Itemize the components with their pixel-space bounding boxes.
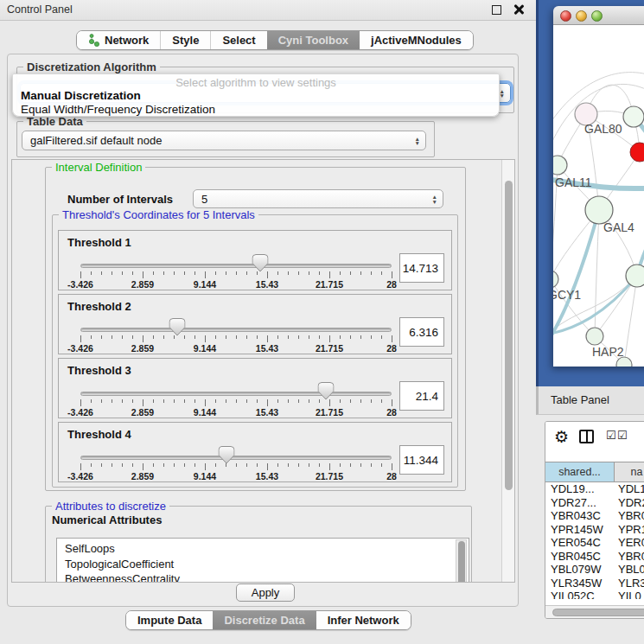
tab-select[interactable]: Select bbox=[210, 31, 266, 49]
cell-shared-name[interactable]: YDR27... bbox=[545, 496, 614, 510]
table-panel-titlebar: Table Panel bbox=[536, 386, 644, 415]
number-of-intervals-combobox[interactable]: 5 ▲▼ bbox=[193, 189, 443, 208]
table-row[interactable]: YIL052CYIL0 bbox=[545, 590, 644, 599]
slider-tick-label: -3.426 bbox=[67, 407, 93, 418]
tab-network[interactable]: Network bbox=[77, 31, 160, 49]
slider-thumb[interactable] bbox=[169, 318, 185, 336]
cell-name[interactable]: YDR2 bbox=[614, 496, 644, 510]
slider-tick-label: 15.43 bbox=[256, 279, 278, 290]
table-hscrollbar-thumb[interactable] bbox=[552, 609, 644, 616]
slider-thumb[interactable] bbox=[318, 382, 335, 400]
panel-scrollbar-thumb[interactable] bbox=[505, 181, 513, 490]
slider-tick-label: 15.43 bbox=[256, 407, 278, 418]
thresholds-group: Threshold's Coordinates for 5 Intervals … bbox=[52, 214, 458, 488]
slider-track[interactable] bbox=[80, 392, 392, 396]
slider-thumb[interactable] bbox=[252, 254, 268, 272]
threshold-row: Threshold 2 -3.4262.8599.14415.4321.7152… bbox=[58, 294, 452, 354]
attributes-group-title: Attributes to discretize bbox=[52, 500, 169, 513]
cell-shared-name[interactable]: YIL052C bbox=[545, 590, 614, 599]
cell-name[interactable]: YDL1 bbox=[614, 482, 644, 496]
split-columns-icon[interactable] bbox=[579, 430, 594, 443]
slider-track[interactable] bbox=[80, 328, 392, 332]
network-view-area: GAL80 GA C GAL11 GAL4 GCY1 H HAP2 bbox=[536, 0, 644, 386]
tab-impute-data[interactable]: Impute Data bbox=[126, 611, 213, 629]
numerical-attributes-list[interactable]: SelfLoopsTopologicalCoefficientBetweenne… bbox=[56, 538, 469, 583]
threshold-slider[interactable]: -3.4262.8599.14415.4321.71528 bbox=[80, 423, 392, 483]
tab-infer-network[interactable]: Infer Network bbox=[316, 611, 411, 629]
menu-item-manual-discretization[interactable]: Manual Discretization bbox=[13, 89, 499, 103]
tab-discretize-data[interactable]: Discretize Data bbox=[213, 611, 316, 629]
bottom-tab-bar: Impute Data Discretize Data Infer Networ… bbox=[125, 610, 411, 630]
apply-button[interactable]: Apply bbox=[236, 583, 295, 602]
menu-item-equal-width-frequency[interactable]: Equal Width/Frequency Discretization bbox=[13, 103, 499, 117]
table-row[interactable]: YDR27...YDR2 bbox=[545, 496, 644, 510]
table-row[interactable]: YBR045CYBR0 bbox=[545, 550, 644, 564]
cell-shared-name[interactable]: YER054C bbox=[545, 536, 614, 550]
slider-tick-label: 28 bbox=[386, 471, 397, 481]
table-row[interactable]: YPR145WYPR1 bbox=[545, 523, 644, 537]
attribute-list-item[interactable]: BetweennessCentrality bbox=[57, 571, 469, 583]
threshold-value-field[interactable] bbox=[399, 381, 444, 411]
cell-name[interactable]: YIL0 bbox=[614, 590, 644, 599]
slider-thumb[interactable] bbox=[219, 446, 235, 464]
slider-tick-label: 15.43 bbox=[256, 471, 278, 481]
table-row[interactable]: YBL079WYBL0 bbox=[545, 563, 644, 577]
attribute-list-item[interactable]: TopologicalCoefficient bbox=[57, 557, 469, 572]
control-panel-title: Control Panel bbox=[7, 3, 73, 16]
table-data-combobox[interactable]: galFiltered.sif default node ▲▼ bbox=[22, 131, 426, 150]
threshold-value-field[interactable] bbox=[399, 317, 444, 347]
list-scrollbar[interactable] bbox=[456, 539, 467, 583]
checkbox-icon[interactable]: ☑ bbox=[617, 429, 628, 442]
tab-jactivemnodules[interactable]: jActiveMNodules bbox=[360, 31, 473, 49]
column-header-name[interactable]: na bbox=[614, 462, 644, 481]
cell-name[interactable]: YBR0 bbox=[614, 509, 644, 523]
panel-scrollbar[interactable] bbox=[501, 160, 514, 582]
threshold-value-field[interactable] bbox=[399, 253, 444, 283]
cell-name[interactable]: YPR1 bbox=[614, 523, 644, 537]
threshold-slider[interactable]: -3.4262.8599.14415.4321.71528 bbox=[80, 295, 392, 355]
table-data-title: Table Data bbox=[23, 115, 86, 128]
cell-name[interactable]: YBL0 bbox=[614, 563, 644, 577]
cell-name[interactable]: YBR0 bbox=[614, 550, 644, 564]
threshold-slider[interactable]: -3.4262.8599.14415.4321.71528 bbox=[80, 231, 392, 291]
column-header-shared-name[interactable]: shared... bbox=[545, 462, 614, 481]
network-canvas[interactable]: GAL80 GA C GAL11 GAL4 GCY1 H HAP2 bbox=[553, 25, 644, 367]
cell-shared-name[interactable]: YBR045C bbox=[545, 550, 614, 564]
table-row[interactable]: YLR345WYLR3 bbox=[545, 577, 644, 590]
slider-track[interactable] bbox=[80, 264, 392, 268]
cell-name[interactable]: YER0 bbox=[614, 536, 644, 550]
right-side: GAL80 GA C GAL11 GAL4 GCY1 H HAP2 Table … bbox=[536, 0, 644, 644]
tab-style[interactable]: Style bbox=[160, 31, 210, 49]
network-window: GAL80 GA C GAL11 GAL4 GCY1 H HAP2 bbox=[553, 6, 644, 367]
checkbox-icon[interactable]: ☑ bbox=[606, 429, 616, 442]
slider-tick-label: 28 bbox=[386, 343, 397, 354]
table-row[interactable]: YER054CYER0 bbox=[545, 536, 644, 550]
cell-shared-name[interactable]: YLR345W bbox=[545, 577, 614, 590]
tab-cyni-toolbox[interactable]: Cyni Toolbox bbox=[267, 31, 360, 49]
cell-shared-name[interactable]: YDL19... bbox=[545, 482, 614, 496]
slider-tick-label: 21.715 bbox=[316, 343, 343, 354]
cell-shared-name[interactable]: YBL079W bbox=[545, 563, 614, 577]
float-window-icon[interactable] bbox=[492, 5, 501, 15]
attribute-list-item[interactable]: SelfLoops bbox=[57, 541, 469, 557]
mac-zoom-icon[interactable] bbox=[591, 10, 603, 22]
node-label-gcy1: GCY1 bbox=[553, 288, 581, 302]
gear-icon[interactable]: ⚙ bbox=[554, 426, 569, 449]
table-row[interactable]: YBR043CYBR0 bbox=[545, 509, 644, 523]
cell-name[interactable]: YLR3 bbox=[614, 577, 644, 590]
mac-minimize-icon[interactable] bbox=[576, 10, 587, 22]
threshold-value-field[interactable] bbox=[399, 445, 444, 475]
mac-close-icon[interactable] bbox=[560, 10, 571, 22]
table-row[interactable]: YDL19...YDL1 bbox=[545, 482, 644, 496]
list-scrollbar-thumb[interactable] bbox=[458, 541, 465, 583]
slider-track[interactable] bbox=[80, 456, 392, 460]
attributes-group: Attributes to discretize Numerical Attri… bbox=[45, 506, 472, 583]
close-icon[interactable] bbox=[513, 4, 524, 15]
cell-shared-name[interactable]: YBR043C bbox=[545, 509, 614, 523]
discretization-algorithm-title: Discretization Algorithm bbox=[23, 61, 160, 73]
network-window-titlebar[interactable] bbox=[553, 6, 644, 25]
table-horizontal-scrollbar[interactable] bbox=[545, 605, 644, 619]
cell-shared-name[interactable]: YPR145W bbox=[545, 523, 614, 537]
threshold-row: Threshold 1 -3.4262.8599.14415.4321.7152… bbox=[58, 230, 452, 290]
threshold-slider[interactable]: -3.4262.8599.14415.4321.71528 bbox=[80, 359, 392, 419]
